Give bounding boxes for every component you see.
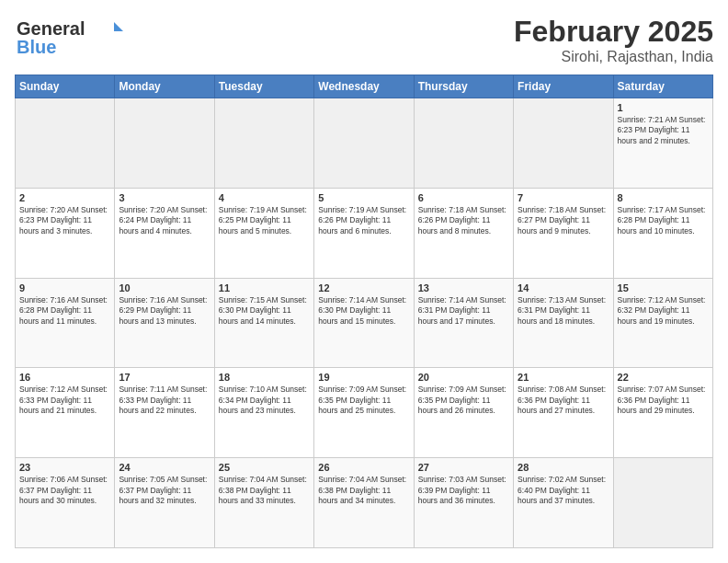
day-info: Sunrise: 7:08 AM Sunset: 6:36 PM Dayligh…	[518, 385, 609, 416]
day-number: 19	[318, 372, 409, 383]
day-info: Sunrise: 7:15 AM Sunset: 6:30 PM Dayligh…	[219, 295, 310, 327]
location-subtitle: Sirohi, Rajasthan, India	[514, 49, 713, 65]
day-number: 25	[219, 462, 310, 473]
day-number: 11	[219, 282, 310, 293]
day-info: Sunrise: 7:03 AM Sunset: 6:39 PM Dayligh…	[418, 475, 509, 506]
week-row-1: 1Sunrise: 7:21 AM Sunset: 6:23 PM Daylig…	[16, 98, 713, 189]
day-number: 9	[19, 282, 110, 293]
day-cell: 1Sunrise: 7:21 AM Sunset: 6:23 PM Daylig…	[613, 98, 712, 189]
day-cell: 9Sunrise: 7:16 AM Sunset: 6:28 PM Daylig…	[16, 278, 115, 368]
day-info: Sunrise: 7:11 AM Sunset: 6:33 PM Dayligh…	[119, 385, 210, 416]
weekday-header-thursday: Thursday	[414, 75, 513, 98]
weekday-header-wednesday: Wednesday	[314, 75, 414, 98]
day-info: Sunrise: 7:09 AM Sunset: 6:35 PM Dayligh…	[418, 385, 509, 416]
week-row-4: 16Sunrise: 7:12 AM Sunset: 6:33 PM Dayli…	[16, 368, 713, 458]
day-cell	[613, 458, 712, 548]
day-info: Sunrise: 7:05 AM Sunset: 6:37 PM Dayligh…	[119, 475, 210, 506]
day-number: 24	[119, 462, 210, 473]
day-info: Sunrise: 7:16 AM Sunset: 6:28 PM Dayligh…	[19, 295, 110, 327]
day-info: Sunrise: 7:20 AM Sunset: 6:23 PM Dayligh…	[19, 205, 110, 236]
day-cell: 6Sunrise: 7:18 AM Sunset: 6:26 PM Daylig…	[414, 188, 513, 278]
weekday-header-friday: Friday	[514, 75, 613, 98]
day-number: 7	[518, 192, 609, 203]
day-number: 20	[418, 372, 509, 383]
day-number: 5	[318, 192, 409, 203]
month-title: February 2025	[514, 15, 713, 49]
day-cell	[314, 98, 414, 189]
week-row-2: 2Sunrise: 7:20 AM Sunset: 6:23 PM Daylig…	[16, 188, 713, 278]
day-cell	[115, 98, 214, 189]
day-cell: 21Sunrise: 7:08 AM Sunset: 6:36 PM Dayli…	[514, 368, 613, 458]
day-cell: 10Sunrise: 7:16 AM Sunset: 6:29 PM Dayli…	[115, 278, 214, 368]
day-number: 1	[618, 102, 709, 113]
day-cell: 4Sunrise: 7:19 AM Sunset: 6:25 PM Daylig…	[214, 188, 313, 278]
weekday-header-sunday: Sunday	[16, 75, 115, 98]
day-info: Sunrise: 7:12 AM Sunset: 6:33 PM Dayligh…	[19, 385, 110, 416]
day-number: 8	[618, 192, 709, 203]
day-number: 22	[618, 372, 709, 383]
day-cell: 14Sunrise: 7:13 AM Sunset: 6:31 PM Dayli…	[514, 278, 613, 368]
weekday-header-monday: Monday	[115, 75, 214, 98]
day-number: 27	[418, 462, 509, 473]
logo-block: General Blue	[15, 15, 125, 64]
day-info: Sunrise: 7:06 AM Sunset: 6:37 PM Dayligh…	[19, 475, 110, 506]
day-info: Sunrise: 7:04 AM Sunset: 6:38 PM Dayligh…	[219, 475, 310, 506]
day-cell: 15Sunrise: 7:12 AM Sunset: 6:32 PM Dayli…	[613, 278, 712, 368]
day-cell: 11Sunrise: 7:15 AM Sunset: 6:30 PM Dayli…	[214, 278, 313, 368]
day-number: 2	[19, 192, 110, 203]
day-cell: 17Sunrise: 7:11 AM Sunset: 6:33 PM Dayli…	[115, 368, 214, 458]
day-number: 10	[119, 282, 210, 293]
page: General Blue February 2025 Sirohi, Rajas…	[0, 0, 728, 563]
day-cell: 18Sunrise: 7:10 AM Sunset: 6:34 PM Dayli…	[214, 368, 313, 458]
day-cell: 22Sunrise: 7:07 AM Sunset: 6:36 PM Dayli…	[613, 368, 712, 458]
calendar-table: SundayMondayTuesdayWednesdayThursdayFrid…	[15, 75, 713, 548]
day-info: Sunrise: 7:02 AM Sunset: 6:40 PM Dayligh…	[518, 475, 609, 506]
day-number: 3	[119, 192, 210, 203]
day-cell: 19Sunrise: 7:09 AM Sunset: 6:35 PM Dayli…	[314, 368, 414, 458]
day-number: 16	[19, 372, 110, 383]
day-number: 21	[518, 372, 609, 383]
logo: General Blue	[15, 15, 125, 64]
day-info: Sunrise: 7:10 AM Sunset: 6:34 PM Dayligh…	[219, 385, 310, 416]
day-info: Sunrise: 7:04 AM Sunset: 6:38 PM Dayligh…	[318, 475, 409, 506]
weekday-header-saturday: Saturday	[613, 75, 712, 98]
day-info: Sunrise: 7:18 AM Sunset: 6:26 PM Dayligh…	[418, 205, 509, 236]
day-cell: 24Sunrise: 7:05 AM Sunset: 6:37 PM Dayli…	[115, 458, 214, 548]
svg-text:Blue: Blue	[17, 37, 56, 57]
day-cell	[414, 98, 513, 189]
day-number: 23	[19, 462, 110, 473]
weekday-header-tuesday: Tuesday	[214, 75, 313, 98]
week-row-5: 23Sunrise: 7:06 AM Sunset: 6:37 PM Dayli…	[16, 458, 713, 548]
day-info: Sunrise: 7:17 AM Sunset: 6:28 PM Dayligh…	[618, 205, 709, 236]
day-info: Sunrise: 7:19 AM Sunset: 6:26 PM Dayligh…	[318, 205, 409, 236]
day-cell: 28Sunrise: 7:02 AM Sunset: 6:40 PM Dayli…	[514, 458, 613, 548]
day-info: Sunrise: 7:18 AM Sunset: 6:27 PM Dayligh…	[518, 205, 609, 236]
day-cell	[514, 98, 613, 189]
day-info: Sunrise: 7:13 AM Sunset: 6:31 PM Dayligh…	[518, 295, 609, 327]
day-cell: 13Sunrise: 7:14 AM Sunset: 6:31 PM Dayli…	[414, 278, 513, 368]
day-info: Sunrise: 7:07 AM Sunset: 6:36 PM Dayligh…	[618, 385, 709, 416]
day-cell: 26Sunrise: 7:04 AM Sunset: 6:38 PM Dayli…	[314, 458, 414, 548]
day-number: 17	[119, 372, 210, 383]
svg-text:General: General	[17, 18, 85, 39]
day-number: 15	[618, 282, 709, 293]
weekday-header-row: SundayMondayTuesdayWednesdayThursdayFrid…	[16, 75, 713, 98]
day-info: Sunrise: 7:21 AM Sunset: 6:23 PM Dayligh…	[618, 115, 709, 146]
day-info: Sunrise: 7:14 AM Sunset: 6:30 PM Dayligh…	[318, 295, 409, 327]
day-info: Sunrise: 7:12 AM Sunset: 6:32 PM Dayligh…	[618, 295, 709, 327]
day-number: 28	[518, 462, 609, 473]
day-info: Sunrise: 7:16 AM Sunset: 6:29 PM Dayligh…	[119, 295, 210, 327]
day-cell: 5Sunrise: 7:19 AM Sunset: 6:26 PM Daylig…	[314, 188, 414, 278]
day-cell: 23Sunrise: 7:06 AM Sunset: 6:37 PM Dayli…	[16, 458, 115, 548]
day-cell	[214, 98, 313, 189]
day-number: 13	[418, 282, 509, 293]
title-block: February 2025 Sirohi, Rajasthan, India	[514, 15, 713, 65]
day-cell: 25Sunrise: 7:04 AM Sunset: 6:38 PM Dayli…	[214, 458, 313, 548]
day-cell: 20Sunrise: 7:09 AM Sunset: 6:35 PM Dayli…	[414, 368, 513, 458]
day-cell: 8Sunrise: 7:17 AM Sunset: 6:28 PM Daylig…	[613, 188, 712, 278]
day-cell: 27Sunrise: 7:03 AM Sunset: 6:39 PM Dayli…	[414, 458, 513, 548]
day-info: Sunrise: 7:20 AM Sunset: 6:24 PM Dayligh…	[119, 205, 210, 236]
day-number: 12	[318, 282, 409, 293]
svg-marker-1	[114, 22, 123, 31]
day-number: 18	[219, 372, 310, 383]
